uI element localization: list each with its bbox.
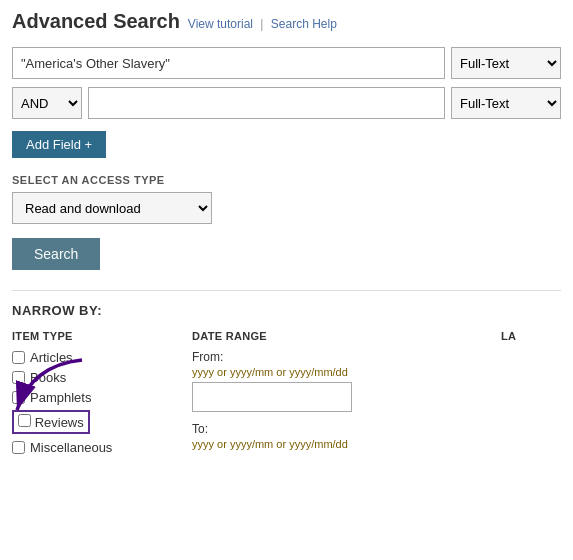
- field-type-select-2[interactable]: Full-Text Title Author Subject Abstract: [451, 87, 561, 119]
- list-item: Books: [12, 370, 172, 385]
- page-header: Advanced Search View tutorial | Search H…: [12, 10, 561, 33]
- search-input-2[interactable]: [88, 87, 445, 119]
- search-row-2: AND OR NOT Full-Text Title Author Subjec…: [12, 87, 561, 119]
- narrow-by-columns: ITEM TYPE Articles Books Pamphlets: [12, 330, 561, 460]
- from-label: From:: [192, 350, 501, 364]
- miscellaneous-checkbox[interactable]: [12, 441, 25, 454]
- list-item: Pamphlets: [12, 390, 172, 405]
- access-type-section: SELECT AN ACCESS TYPE Read and download …: [12, 174, 561, 224]
- item-type-column: ITEM TYPE Articles Books Pamphlets: [12, 330, 172, 460]
- search-help-link[interactable]: Search Help: [271, 17, 337, 31]
- header-links: View tutorial | Search Help: [188, 17, 337, 31]
- pamphlets-label[interactable]: Pamphlets: [30, 390, 91, 405]
- reviews-checkbox[interactable]: [18, 414, 31, 427]
- books-checkbox[interactable]: [12, 371, 25, 384]
- operator-select[interactable]: AND OR NOT: [12, 87, 82, 119]
- divider: [12, 290, 561, 291]
- view-tutorial-link[interactable]: View tutorial: [188, 17, 253, 31]
- separator: |: [260, 17, 263, 31]
- articles-label[interactable]: Articles: [30, 350, 73, 365]
- reviews-label[interactable]: Reviews: [35, 415, 84, 430]
- articles-checkbox[interactable]: [12, 351, 25, 364]
- add-field-button[interactable]: Add Field +: [12, 131, 106, 158]
- access-type-label: SELECT AN ACCESS TYPE: [12, 174, 561, 186]
- date-range-column: DATE RANGE From: yyyy or yyyy/mm or yyyy…: [172, 330, 501, 460]
- search-row-1: Full-Text Title Author Subject Abstract: [12, 47, 561, 79]
- from-date-input[interactable]: [192, 382, 352, 412]
- search-button[interactable]: Search: [12, 238, 100, 270]
- narrow-by-title: NARROW BY:: [12, 303, 561, 318]
- pamphlets-checkbox[interactable]: [12, 391, 25, 404]
- list-item: Miscellaneous: [12, 440, 172, 455]
- miscellaneous-label[interactable]: Miscellaneous: [30, 440, 112, 455]
- item-type-header: ITEM TYPE: [12, 330, 172, 342]
- from-hint: yyyy or yyyy/mm or yyyy/mm/dd: [192, 366, 501, 378]
- search-input-1[interactable]: [12, 47, 445, 79]
- to-label: To:: [192, 422, 501, 436]
- access-type-row: Read and download All content Subscribed…: [12, 192, 561, 224]
- reviews-highlight-box: Reviews: [12, 410, 90, 434]
- list-item: Reviews: [12, 410, 172, 434]
- language-header: LA: [501, 330, 561, 342]
- list-item: Articles: [12, 350, 172, 365]
- language-column: LA: [501, 330, 561, 460]
- page-title: Advanced Search: [12, 10, 180, 33]
- date-range-header: DATE RANGE: [192, 330, 501, 342]
- field-type-select-1[interactable]: Full-Text Title Author Subject Abstract: [451, 47, 561, 79]
- books-label[interactable]: Books: [30, 370, 66, 385]
- to-hint: yyyy or yyyy/mm or yyyy/mm/dd: [192, 438, 501, 450]
- access-type-select[interactable]: Read and download All content Subscribed…: [12, 192, 212, 224]
